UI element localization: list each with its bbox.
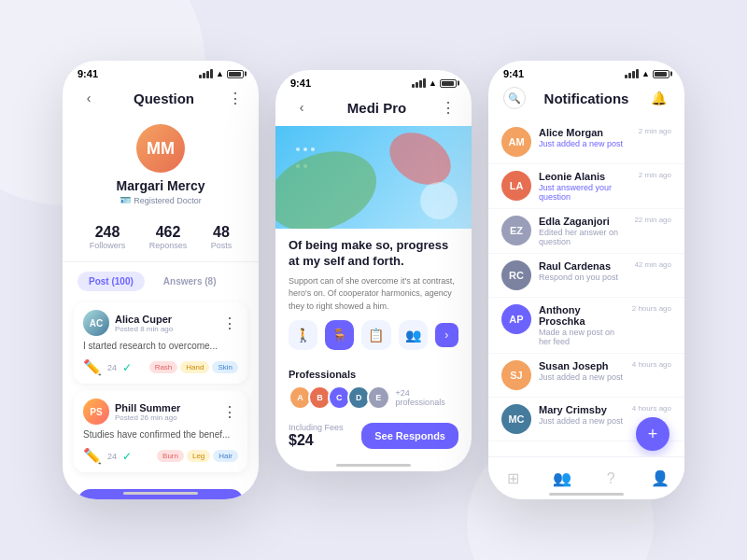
notif-name-1: Alice Morgan xyxy=(539,127,631,138)
next-arrow-button[interactable]: › xyxy=(435,323,458,347)
service-icon-clipboard[interactable]: 📋 xyxy=(361,320,390,350)
fees-info: Including Fees $24 xyxy=(289,423,344,449)
post-name-1: Alica Cuper xyxy=(115,314,173,325)
p2-header: ‹ Medi Pro ⋮ xyxy=(275,92,472,126)
see-responds-button[interactable]: See Responds xyxy=(361,423,458,449)
post-options-1[interactable]: ⋮ xyxy=(222,315,238,332)
more-options-button-2[interactable]: ⋮ xyxy=(441,99,457,117)
back-button[interactable]: ‹ xyxy=(78,87,100,109)
responses-count: 462 xyxy=(149,224,188,241)
check-icon-2: ✓ xyxy=(122,450,132,463)
service-icon-walk[interactable]: 🚶 xyxy=(289,320,317,350)
hero-image xyxy=(275,126,472,229)
followers-label: Followers xyxy=(90,241,126,250)
notif-time-1: 2 min ago xyxy=(639,127,671,135)
notif-avatar-5: AP xyxy=(501,304,531,334)
notif-item-2[interactable]: LA Leonie Alanis Just answered your ques… xyxy=(488,164,684,209)
notifications-list: AM Alice Morgan Just added a new post 2 … xyxy=(488,117,684,445)
badge-icon: 🪪 xyxy=(120,195,131,205)
posts-label: Posts xyxy=(211,241,233,250)
notif-item-5[interactable]: AP Anthony Proschka Made a new post on h… xyxy=(488,298,684,354)
notif-body-2: Leonie Alanis Just answered your questio… xyxy=(539,171,631,202)
tag-hair: Hair xyxy=(213,450,238,462)
notif-action-1: Just added a new post xyxy=(539,139,631,148)
home-indicator-2 xyxy=(336,464,411,467)
wifi-icon: ▲ xyxy=(216,69,224,78)
post-time-2: Posted 26 min ago xyxy=(115,413,180,422)
search-button[interactable]: 🔍 xyxy=(503,87,526,109)
status-bar-2: 9:41 ▲ xyxy=(275,70,472,92)
notif-name-4: Raul Cardenas xyxy=(539,260,627,272)
fab-button[interactable]: + xyxy=(636,417,669,451)
time-2: 9:41 xyxy=(290,77,311,89)
post-content-1: I started research to overcome... xyxy=(83,340,238,353)
notif-time-6: 4 hours ago xyxy=(632,360,671,369)
status-bar-3: 9:41 ▲ xyxy=(488,61,684,83)
nav-question[interactable]: ? xyxy=(594,462,627,496)
post-user-1: AC Alica Cuper Posted 8 min ago xyxy=(83,310,173,336)
notif-avatar-2: LA xyxy=(501,171,531,201)
wifi-icon-2: ▲ xyxy=(429,78,437,88)
fees-price: $24 xyxy=(289,432,344,449)
tab-answers[interactable]: Answers (8) xyxy=(152,272,228,291)
home-indicator-1 xyxy=(123,492,198,495)
notif-action-5: Made a new post on her feed xyxy=(539,328,625,346)
home-indicator-3 xyxy=(549,493,624,496)
tabs-row: Post (100) Answers (8) xyxy=(63,262,259,299)
notif-body-5: Anthony Proschka Made a new post on her … xyxy=(539,304,625,346)
status-icons-3: ▲ xyxy=(625,69,669,78)
notif-name-7: Mary Crimsby xyxy=(539,404,625,415)
time-1: 9:41 xyxy=(78,68,98,79)
posts-count: 48 xyxy=(211,224,233,241)
notif-action-4: Respond on you post xyxy=(539,273,627,282)
hero-shape-green xyxy=(275,137,388,229)
stat-responses: 462 Reponses xyxy=(149,224,188,250)
service-icons-row: 🚶 🪑 📋 👥 › xyxy=(289,320,458,350)
notif-body-3: Edla Zaganjori Edited her answer on ques… xyxy=(539,216,627,246)
responses-label: Reponses xyxy=(149,241,188,250)
service-icon-group[interactable]: 👥 xyxy=(399,320,428,350)
notif-avatar-6: SJ xyxy=(501,360,531,390)
tag-skin: Skin xyxy=(212,361,238,373)
nav-grid[interactable]: ⊞ xyxy=(496,462,529,496)
more-options-button[interactable]: ⋮ xyxy=(228,90,244,107)
phone-question: 9:41 ▲ ‹ Question ⋮ MM Margari Mercy xyxy=(63,61,259,499)
service-icon-sit[interactable]: 🪑 xyxy=(325,320,354,350)
nav-user[interactable]: 👤 xyxy=(643,462,677,496)
notif-time-5: 2 hours ago xyxy=(632,304,671,313)
notif-body-7: Mary Crimsby Just added a new post xyxy=(539,404,625,426)
tab-posts[interactable]: Post (100) xyxy=(78,272,145,291)
notif-avatar-7: MC xyxy=(501,404,531,434)
notif-action-2: Just answered your question xyxy=(539,183,631,202)
avatar: MM xyxy=(136,124,185,173)
notif-item-1[interactable]: AM Alice Morgan Just added a new post 2 … xyxy=(488,120,684,164)
post-options-2[interactable]: ⋮ xyxy=(222,403,238,421)
status-icons-2: ▲ xyxy=(412,78,457,88)
battery-icon xyxy=(227,70,244,78)
notif-item-4[interactable]: RC Raul Cardenas Respond on you post 42 … xyxy=(488,254,684,298)
tag-burn: Burn xyxy=(157,450,184,462)
signal-icon-3 xyxy=(625,69,639,78)
notif-name-5: Anthony Proschka xyxy=(539,304,625,327)
nav-users[interactable]: 👥 xyxy=(545,462,579,496)
notif-name-6: Susan Joseph xyxy=(539,360,625,371)
back-button-2[interactable]: ‹ xyxy=(290,96,313,119)
pencil-icon-2: ✏️ xyxy=(83,447,102,465)
post-user-info-2: Phill Summer Posted 26 min ago xyxy=(115,402,180,422)
page-title-3: Notifications xyxy=(544,91,629,106)
post-tags-2: Burn Leg Hair xyxy=(157,450,238,462)
bell-button[interactable]: 🔔 xyxy=(647,87,669,109)
notif-name-2: Leonie Alanis xyxy=(539,171,631,182)
professionals-section: Professionals A B C D E +24 professional… xyxy=(275,369,472,417)
tag-leg: Leg xyxy=(187,450,210,462)
post-description: Support can of she overcome it's at cont… xyxy=(289,275,458,314)
notif-item-3[interactable]: EZ Edla Zaganjori Edited her answer on q… xyxy=(488,209,684,254)
notif-name-3: Edla Zaganjori xyxy=(539,216,627,227)
profile-role: Registered Doctor xyxy=(134,196,202,205)
tag-rash: Rash xyxy=(149,361,178,373)
status-icons-1: ▲ xyxy=(199,69,244,78)
tag-hand: Hand xyxy=(180,361,209,373)
notif-action-3: Edited her answer on question xyxy=(539,228,627,246)
post-card-2: PS Phill Summer Posted 26 min ago ⋮ Stud… xyxy=(74,391,247,472)
notif-item-6[interactable]: SJ Susan Joseph Just added a new post 4 … xyxy=(488,354,684,398)
